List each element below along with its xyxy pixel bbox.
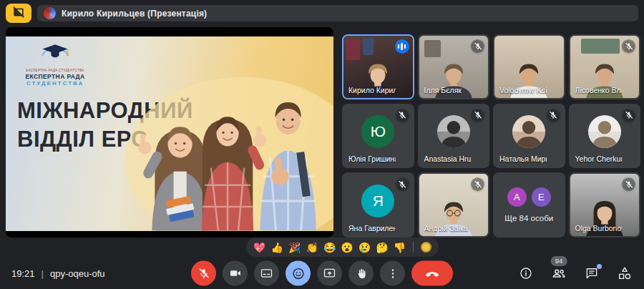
presenter-avatar [44, 7, 56, 19]
chat-button[interactable] [584, 265, 600, 281]
skin-tone-button[interactable] [421, 242, 431, 253]
google-meet-window: { "top_bar": { "presenter": "Кирило Кири… [0, 0, 644, 289]
participant-name: Anastasia Hrunchyk [424, 155, 472, 163]
letter-avatar: А [507, 187, 527, 207]
slide-logo: ЕКСПЕРТНА РАДА СТУДЕНТСТВА ЕКСПЕРТНА РАД… [13, 42, 97, 87]
reaction-surprised-button[interactable]: 😮 [341, 243, 353, 253]
participant-tile[interactable]: ЮЮлія Гришина [342, 104, 414, 169]
letter-avatar: Ю [361, 115, 394, 148]
mic-off-icon [471, 39, 484, 53]
people-button[interactable]: 94 [551, 265, 567, 281]
top-bar: Кирило Кирильцев (Презентація) [0, 0, 644, 26]
info-button[interactable] [518, 265, 534, 281]
participant-name: Андрій Заіка [424, 224, 472, 232]
hand-icon [355, 267, 368, 280]
photo-avatar [512, 115, 545, 148]
people-icon [551, 265, 567, 281]
participant-tile[interactable]: Olga Burbonova [569, 172, 641, 237]
participant-tile[interactable]: Лісовенко Владис… [569, 34, 641, 99]
raise-hand-button[interactable] [348, 261, 374, 286]
present-icon [323, 267, 336, 280]
participant-tile[interactable]: Anastasia Hrunchyk [418, 104, 490, 169]
participant-tile[interactable]: Наталья Мирная [493, 104, 565, 169]
shapes-icon [617, 265, 633, 281]
participant-name: Yehor Cherkun [575, 155, 623, 163]
participant-name: Наталья Мирная [499, 155, 547, 163]
divider [413, 242, 414, 253]
reaction-party-popper-button[interactable]: 🎉 [288, 243, 301, 253]
photo-avatar [588, 115, 621, 148]
smile-icon [291, 266, 306, 280]
meeting-info: 19:21 | qpy-oqeu-ofu [11, 258, 105, 289]
cc-icon [260, 267, 273, 280]
mic-off-icon [396, 109, 409, 122]
more-options-button[interactable] [380, 261, 405, 286]
meeting-code: qpy-oqeu-ofu [50, 268, 105, 279]
participant-name: Лісовенко Владис… [575, 86, 623, 94]
mic-off-icon [622, 39, 635, 53]
participant-tile[interactable]: Ілля Бєляк [418, 34, 490, 99]
reaction-thumbs-down-button[interactable]: 👎 [394, 243, 406, 253]
emblem-caption: ЕКСПЕРТНА РАДА СТУДЕНТСТВА [13, 69, 97, 72]
chat-notification-dot [597, 264, 602, 269]
participant-tile[interactable]: АЕ Ще 84 особи [493, 172, 565, 237]
slide-photo-students [110, 75, 333, 231]
presentation-alert-button[interactable] [6, 4, 31, 23]
mic-off-icon [622, 109, 635, 122]
panel-buttons: 94 [518, 265, 633, 281]
mic_off-icon [197, 267, 210, 280]
reactions-bar: 💖👍🎉👏😂😮😢🤔👎 [246, 237, 439, 257]
clock: 19:21 [11, 268, 35, 279]
overflow-label: Ще 84 особи [504, 214, 553, 222]
bottom-bar: 19:21 | qpy-oqeu-ofu 94 [0, 258, 644, 289]
logo-line2: СТУДЕНТСТВА [13, 80, 97, 87]
call-controls [191, 261, 453, 286]
reactions-button[interactable] [286, 261, 311, 286]
participant-name: Volodymyr Ksienich [499, 86, 547, 94]
videocam-icon [228, 267, 242, 280]
presentation-slide: ЕКСПЕРТНА РАДА СТУДЕНТСТВА ЕКСПЕРТНА РАД… [6, 36, 333, 231]
mic-off-icon [396, 177, 409, 191]
participant-name: Ілля Бєляк [424, 86, 472, 94]
presenter-banner: Кирило Кирильцев (Презентація) [37, 5, 638, 21]
overflow-participants: АЕ Ще 84 особи [494, 174, 564, 236]
participant-tile[interactable]: ЯЯна Гавриленко [342, 172, 414, 237]
participant-tile[interactable]: Volodymyr Ksienich [493, 34, 565, 99]
participant-name: Юлія Гришина [348, 155, 396, 163]
reaction-sparkling-heart-button[interactable]: 💖 [253, 243, 265, 253]
participant-name: Яна Гавриленко [348, 224, 396, 232]
reaction-clapping-hands-button[interactable]: 👏 [306, 243, 318, 253]
mic-off-icon [547, 109, 560, 122]
info-icon [519, 266, 533, 280]
more-icon [386, 267, 399, 280]
participant-tile[interactable]: Yehor Cherkun [569, 104, 641, 169]
presenter-name: Кирило Кирильцев (Презентація) [62, 9, 207, 19]
reaction-laughing-button[interactable]: 😂 [323, 243, 336, 253]
participant-tile[interactable]: Андрій Заіка [418, 172, 490, 237]
separator: | [42, 268, 44, 279]
call_end-icon [424, 265, 440, 281]
participant-name: Olga Burbonova [575, 224, 623, 232]
speaking-indicator-icon [395, 39, 409, 54]
participants-count-badge: 94 [551, 256, 567, 266]
activities-button[interactable] [617, 265, 633, 281]
participant-name: Кирило Кирильцев [348, 86, 396, 94]
mute-button[interactable] [191, 261, 216, 286]
end-call-button[interactable] [411, 261, 453, 286]
presentation-off-icon [11, 5, 26, 21]
logo-line1: ЕКСПЕРТНА РАДА [13, 73, 97, 80]
presentation-stage[interactable]: ЕКСПЕРТНА РАДА СТУДЕНТСТВА ЕКСПЕРТНА РАД… [6, 27, 333, 237]
reaction-thinking-button[interactable]: 🤔 [376, 243, 388, 253]
letter-avatar: Е [532, 187, 551, 207]
chat-icon [585, 266, 599, 280]
captions-button[interactable] [254, 261, 279, 286]
participant-tile[interactable]: Кирило Кирильцев [342, 34, 414, 99]
graduation-cap-icon [38, 55, 72, 67]
reaction-crying-button[interactable]: 😢 [358, 243, 371, 253]
mic-off-icon [471, 109, 484, 122]
present-button[interactable] [317, 261, 342, 286]
letter-avatar: Я [361, 185, 394, 217]
camera-button[interactable] [223, 261, 248, 286]
reaction-thumbs-up-button[interactable]: 👍 [270, 243, 283, 253]
participants-grid: Кирило Кирильцев Ілля Бєляк Volodymyr Ks… [342, 34, 640, 237]
